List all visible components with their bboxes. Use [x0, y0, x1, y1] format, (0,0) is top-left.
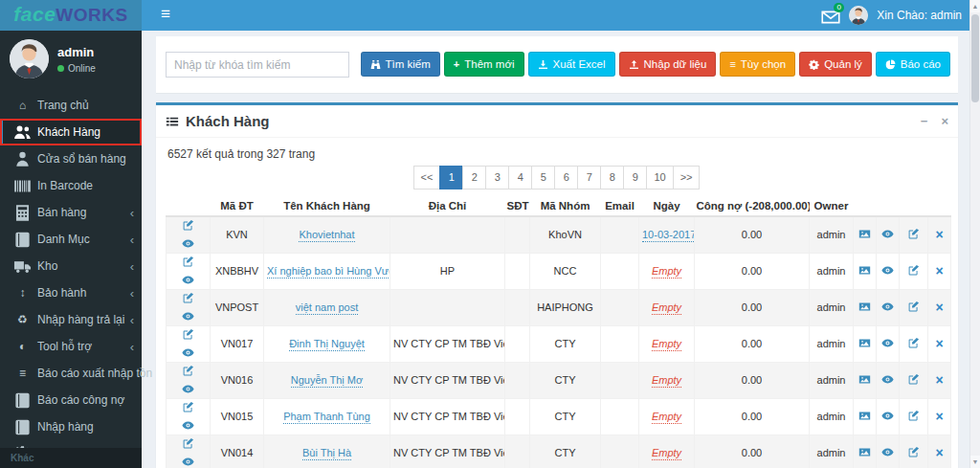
mail-menu[interactable]: 0 — [821, 8, 840, 23]
sidebar-item-0[interactable]: ⌂Trang chủ — [0, 92, 142, 119]
vertical-scrollbar[interactable]: ▲ ▼ — [969, 0, 980, 468]
delete-icon[interactable]: × — [935, 446, 943, 459]
sidebar-item-9[interactable]: ◐Tool hỗ trợ‹ — [0, 333, 142, 360]
delete-icon[interactable]: × — [935, 301, 943, 314]
customer-name-link[interactable]: Phạm Thanh Tùng — [283, 411, 370, 424]
edit-icon[interactable] — [182, 328, 194, 341]
sidebar-toggle-icon[interactable]: ≡ — [153, 0, 178, 31]
eye-icon[interactable] — [881, 301, 894, 313]
toolbar-button-4[interactable]: ≡Tùy chọn — [720, 52, 795, 77]
page-button[interactable]: 8 — [600, 166, 624, 189]
customer-name-link[interactable]: Bùi Thị Hà — [302, 447, 351, 460]
page-button[interactable]: 6 — [554, 166, 578, 189]
delete-icon[interactable]: × — [935, 228, 943, 241]
toolbar-button-3[interactable]: Nhập dữ liệu — [619, 52, 717, 77]
app-logo[interactable]: faceWORKS — [0, 0, 142, 31]
eye-icon[interactable] — [182, 456, 194, 468]
sidebar-item-11[interactable]: Báo cáo công nợ — [0, 387, 142, 413]
delete-icon[interactable]: × — [935, 264, 943, 278]
greeting-text[interactable]: Xin Chào: admin — [877, 9, 962, 22]
eye-icon[interactable] — [881, 410, 894, 422]
edit-icon[interactable] — [907, 446, 920, 458]
image-icon[interactable] — [858, 373, 871, 386]
toolbar-button-1[interactable]: +Thêm mới — [444, 52, 524, 77]
page-button[interactable]: 9 — [623, 166, 647, 189]
image-icon[interactable] — [858, 301, 871, 313]
page-button[interactable]: 5 — [531, 166, 555, 189]
eye-icon[interactable] — [881, 446, 894, 458]
page-button[interactable]: << — [413, 166, 441, 189]
edit-icon[interactable] — [907, 410, 920, 422]
image-icon[interactable] — [858, 228, 871, 240]
eye-icon[interactable] — [182, 274, 194, 286]
edit-icon[interactable] — [182, 365, 194, 377]
customer-name-link[interactable]: Xí nghiệp bao bì Hùng Vương — [267, 265, 390, 279]
sidebar-item-10[interactable]: ≡Báo cáo xuất nhập tồn — [0, 360, 142, 387]
sidebar-item-3[interactable]: In Barcode — [0, 172, 142, 199]
toolbar-button-2[interactable]: Xuất Excel — [528, 52, 615, 77]
sidebar-item-7[interactable]: ↕Bảo hành‹ — [0, 279, 142, 306]
date-empty-link[interactable]: Empty — [652, 411, 681, 424]
edit-icon[interactable] — [182, 401, 194, 413]
eye-icon[interactable] — [182, 237, 194, 250]
date-empty-link[interactable]: Empty — [652, 447, 681, 460]
navbar-avatar[interactable] — [849, 6, 868, 25]
page-button[interactable]: 1 — [439, 166, 463, 189]
edit-icon[interactable] — [182, 219, 194, 232]
eye-icon[interactable] — [881, 228, 894, 240]
edit-icon[interactable] — [907, 264, 920, 277]
edit-icon[interactable] — [907, 337, 920, 349]
customer-name-link[interactable]: Khovietnhat — [299, 229, 354, 242]
eye-icon[interactable] — [182, 419, 194, 432]
edit-icon[interactable] — [182, 437, 194, 450]
toolbar-button-6[interactable]: Báo cáo — [876, 52, 950, 77]
page-button[interactable]: >> — [673, 166, 701, 189]
close-icon[interactable]: × — [941, 114, 948, 128]
sidebar-item-6[interactable]: Kho‹ — [0, 253, 142, 279]
date-empty-link[interactable]: Empty — [652, 338, 681, 351]
scroll-up-icon[interactable]: ▲ — [970, 0, 980, 12]
toolbar-button-5[interactable]: Quản lý — [799, 52, 872, 77]
eye-icon[interactable] — [881, 264, 894, 277]
page-button[interactable]: 4 — [508, 166, 532, 189]
edit-icon[interactable] — [907, 301, 920, 313]
customer-name-link[interactable]: Đinh Thị Nguyệt — [289, 338, 365, 351]
sidebar-item-12[interactable]: Nhập hàng — [0, 413, 142, 440]
delete-icon[interactable]: × — [935, 373, 943, 387]
sidebar-item-2[interactable]: Cửa sổ bán hàng — [0, 145, 142, 172]
customer-name-link[interactable]: việt nam post — [296, 301, 358, 315]
eye-icon[interactable] — [182, 346, 194, 359]
page-button[interactable]: 7 — [577, 166, 601, 189]
sidebar-item-8[interactable]: ♻Nhập hàng trả lại‹ — [0, 306, 142, 333]
page-button[interactable]: 2 — [462, 166, 486, 189]
scroll-down-icon[interactable]: ▼ — [970, 456, 980, 468]
collapse-icon[interactable]: − — [921, 114, 928, 128]
image-icon[interactable] — [858, 446, 871, 458]
image-icon[interactable] — [858, 337, 871, 349]
edit-icon[interactable] — [182, 256, 194, 268]
image-icon[interactable] — [858, 264, 871, 277]
eye-icon[interactable] — [881, 373, 894, 386]
page-button[interactable]: 10 — [646, 166, 673, 189]
sidebar-item-1[interactable]: Khách Hàng — [0, 119, 142, 145]
delete-icon[interactable]: × — [935, 410, 943, 423]
search-input[interactable] — [166, 52, 349, 78]
sidebar-item-4[interactable]: Bán hàng‹ — [0, 199, 142, 226]
customer-name-link[interactable]: Nguyễn Thị Mơ — [291, 374, 364, 388]
delete-icon[interactable]: × — [935, 337, 943, 350]
eye-icon[interactable] — [881, 337, 894, 349]
page-button[interactable]: 3 — [485, 166, 509, 189]
eye-icon[interactable] — [182, 383, 194, 395]
date-empty-link[interactable]: Empty — [652, 374, 681, 388]
edit-icon[interactable] — [182, 292, 194, 304]
date-empty-link[interactable]: Empty — [652, 265, 681, 279]
edit-icon[interactable] — [907, 373, 920, 386]
eye-icon[interactable] — [182, 310, 194, 323]
sidebar-item-5[interactable]: Danh Mục‹ — [0, 226, 142, 253]
date-link[interactable]: 10-03-2017 — [642, 229, 695, 242]
toolbar-button-0[interactable]: Tìm kiếm — [361, 52, 440, 77]
image-icon[interactable] — [858, 410, 871, 422]
edit-icon[interactable] — [907, 228, 920, 240]
date-empty-link[interactable]: Empty — [652, 301, 681, 315]
scrollbar-thumb[interactable] — [971, 14, 979, 102]
